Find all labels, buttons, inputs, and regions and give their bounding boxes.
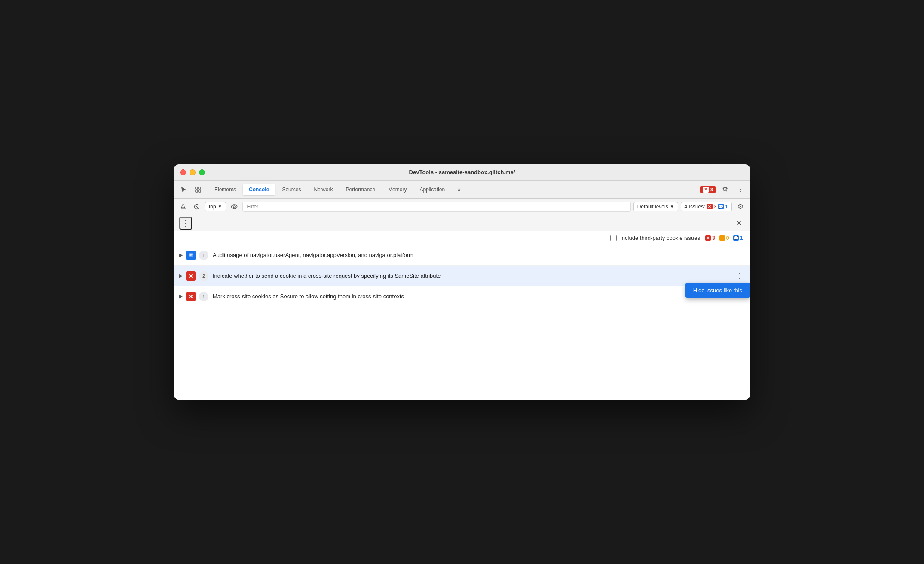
close-button[interactable] [180, 169, 186, 175]
expand-arrow-icon[interactable]: ▶ [179, 252, 183, 258]
expand-arrow-icon[interactable]: ▶ [179, 294, 183, 299]
default-levels-label: Default levels [637, 204, 668, 210]
tab-more[interactable]: » [452, 184, 467, 195]
issues-red-count: ✕ 3 [707, 204, 717, 210]
issues-label: 4 Issues: [685, 204, 705, 210]
error-count: 3 [710, 187, 713, 192]
issue-text: Audit usage of navigator.userAgent, navi… [213, 252, 745, 258]
hide-issues-label: Hide issues like this [693, 287, 742, 294]
panel-more-options-icon[interactable]: ⋮ [179, 217, 192, 230]
levels-dropdown-arrow-icon: ▼ [670, 204, 674, 209]
issue-menu-button[interactable]: ⋮ [734, 271, 745, 281]
console-settings-icon[interactable]: ⚙ [734, 201, 747, 213]
svg-marker-4 [181, 205, 185, 209]
eye-icon[interactable] [229, 201, 240, 212]
issues-red-icon: ✕ [707, 204, 713, 209]
panel-warn-count: ! 0 [719, 235, 729, 241]
title-bar: DevTools - samesite-sandbox.glitch.me/ [174, 164, 750, 181]
issues-panel-header: ⋮ ✕ [174, 215, 750, 231]
console-block-icon[interactable] [191, 201, 202, 212]
cursor-icon[interactable] [177, 184, 190, 196]
issues-blue-count: 💬 1 [718, 204, 728, 210]
svg-rect-2 [196, 190, 198, 192]
top-label: top [209, 204, 216, 210]
tab-memory[interactable]: Memory [382, 184, 413, 195]
panel-red-count: ✕ 3 [705, 235, 715, 241]
error-badge: ✕ 3 [700, 186, 716, 193]
tab-console[interactable]: Console [243, 184, 275, 195]
svg-rect-3 [199, 190, 201, 192]
third-party-check-label[interactable]: Include third-party cookie issues [610, 235, 700, 241]
dropdown-arrow-icon: ▼ [218, 204, 222, 209]
top-context-dropdown[interactable]: top ▼ [205, 202, 226, 212]
more-options-icon[interactable]: ⋮ [734, 184, 747, 196]
issue-type-icon-red [186, 292, 196, 301]
console-toolbar: top ▼ Default levels ▼ 4 Issues: ✕ 3 💬 1 [174, 199, 750, 215]
settings-icon[interactable]: ⚙ [719, 184, 731, 196]
svg-rect-1 [199, 187, 201, 189]
svg-line-7 [195, 205, 199, 208]
panel-red-icon: ✕ [705, 235, 711, 241]
inspect-icon[interactable] [192, 184, 204, 196]
tab-network[interactable]: Network [308, 184, 339, 195]
panel-close-icon[interactable]: ✕ [733, 217, 745, 229]
third-party-bar: Include third-party cookie issues ✕ 3 ! … [174, 231, 750, 245]
error-x-icon: ✕ [703, 187, 709, 193]
tab-sources[interactable]: Sources [276, 184, 307, 195]
issues-list: ▶ 1 Audit usage of navigator.userAgent, … [174, 245, 750, 400]
hide-issues-popup[interactable]: Hide issues like this [685, 283, 750, 298]
minimize-button[interactable] [190, 169, 196, 175]
filter-input[interactable] [242, 202, 631, 212]
tab-bar: Elements Console Sources Network Perform… [174, 181, 750, 199]
tab-icons [177, 184, 204, 196]
panel-blue-icon: 💬 [733, 235, 739, 241]
window-title: DevTools - samesite-sandbox.glitch.me/ [409, 169, 515, 175]
tab-elements[interactable]: Elements [208, 184, 242, 195]
issue-count-badge: 1 [199, 251, 208, 260]
issue-row[interactable]: ▶ 1 Audit usage of navigator.userAgent, … [174, 245, 750, 266]
tab-performance[interactable]: Performance [340, 184, 381, 195]
issue-row[interactable]: ▶ 1 Mark cross-site cookies as Secure to… [174, 286, 750, 307]
svg-rect-0 [196, 187, 198, 189]
issue-count-badge: 1 [199, 292, 208, 301]
issue-text: Mark cross-site cookies as Secure to all… [213, 293, 745, 300]
maximize-button[interactable] [199, 169, 205, 175]
default-levels-dropdown[interactable]: Default levels ▼ [633, 202, 678, 212]
third-party-label: Include third-party cookie issues [620, 235, 700, 241]
issue-counts: ✕ 3 ! 0 💬 1 [705, 235, 743, 241]
issue-count-badge: 2 [199, 271, 208, 281]
issue-row[interactable]: ▶ 2 Indicate whether to send a cookie in… [174, 266, 750, 286]
expand-arrow-icon[interactable]: ▶ [179, 273, 183, 279]
tab-bar-right: ✕ 3 ⚙ ⋮ [700, 184, 747, 196]
tab-application[interactable]: Application [413, 184, 451, 195]
issue-text: Indicate whether to send a cookie in a c… [213, 273, 734, 279]
svg-point-8 [233, 205, 235, 207]
issue-type-icon-red [186, 271, 196, 281]
panel-blue-count: 💬 1 [733, 235, 743, 241]
devtools-window: DevTools - samesite-sandbox.glitch.me/ E… [174, 164, 750, 400]
issue-type-icon-blue [186, 251, 196, 260]
panel-warn-icon: ! [719, 235, 725, 241]
console-clear-icon[interactable] [177, 201, 189, 212]
third-party-checkbox[interactable] [610, 235, 617, 241]
issues-badge: 4 Issues: ✕ 3 💬 1 [681, 202, 732, 212]
traffic-lights [180, 169, 205, 175]
main-content: ⋮ ✕ Include third-party cookie issues ✕ … [174, 215, 750, 400]
issues-blue-icon: 💬 [718, 204, 724, 209]
